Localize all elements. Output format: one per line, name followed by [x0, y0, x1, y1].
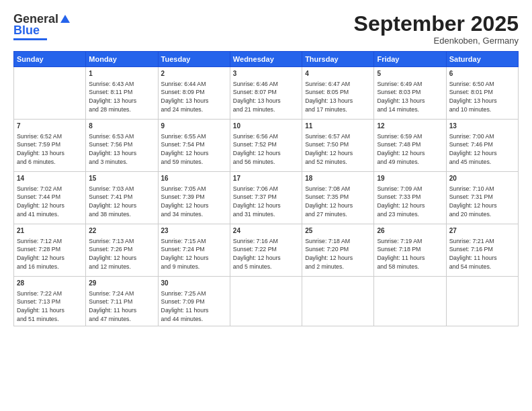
day-info: Sunrise: 7:08 AM Sunset: 7:35 PM Dayligh… — [305, 185, 371, 219]
subtitle: Edenkoben, Germany — [354, 36, 519, 46]
day-number: 18 — [305, 174, 371, 184]
title-block: September 2025 Edenkoben, Germany — [354, 12, 519, 46]
day-number: 14 — [17, 174, 83, 184]
day-number: 5 — [377, 69, 443, 79]
calendar-cell: 25Sunrise: 7:18 AM Sunset: 7:20 PM Dayli… — [302, 224, 374, 277]
day-info: Sunrise: 6:59 AM Sunset: 7:48 PM Dayligh… — [377, 132, 443, 167]
day-number: 20 — [449, 174, 515, 184]
day-number: 3 — [233, 69, 299, 79]
day-info: Sunrise: 7:10 AM Sunset: 7:31 PM Dayligh… — [449, 185, 515, 219]
day-number: 11 — [305, 122, 371, 132]
header-row: SundayMondayTuesdayWednesdayThursdayFrid… — [14, 52, 519, 67]
calendar-cell — [230, 277, 302, 326]
day-info: Sunrise: 7:12 AM Sunset: 7:28 PM Dayligh… — [17, 237, 83, 271]
day-number: 1 — [89, 69, 154, 79]
day-info: Sunrise: 6:47 AM Sunset: 8:05 PM Dayligh… — [305, 80, 371, 114]
col-header-tuesday: Tuesday — [158, 52, 230, 67]
day-info: Sunrise: 6:49 AM Sunset: 8:03 PM Dayligh… — [377, 80, 443, 114]
day-info: Sunrise: 7:24 AM Sunset: 7:11 PM Dayligh… — [89, 289, 154, 324]
col-header-sunday: Sunday — [14, 52, 86, 67]
calendar-cell: 20Sunrise: 7:10 AM Sunset: 7:31 PM Dayli… — [446, 172, 518, 224]
logo-blue-text: Blue — [13, 24, 40, 38]
calendar-cell: 23Sunrise: 7:15 AM Sunset: 7:24 PM Dayli… — [158, 224, 230, 277]
day-number: 12 — [377, 122, 443, 132]
calendar-cell: 1Sunrise: 6:43 AM Sunset: 8:11 PM Daylig… — [86, 67, 158, 120]
calendar-cell: 13Sunrise: 7:00 AM Sunset: 7:46 PM Dayli… — [446, 120, 518, 172]
calendar-cell: 28Sunrise: 7:22 AM Sunset: 7:13 PM Dayli… — [14, 277, 86, 326]
day-number: 28 — [17, 279, 83, 289]
day-info: Sunrise: 6:46 AM Sunset: 8:07 PM Dayligh… — [233, 80, 299, 114]
day-info: Sunrise: 6:53 AM Sunset: 7:56 PM Dayligh… — [89, 132, 154, 167]
week-row-3: 14Sunrise: 7:02 AM Sunset: 7:44 PM Dayli… — [14, 172, 519, 224]
day-info: Sunrise: 7:25 AM Sunset: 7:09 PM Dayligh… — [161, 289, 227, 324]
col-header-wednesday: Wednesday — [230, 52, 302, 67]
calendar-cell: 22Sunrise: 7:13 AM Sunset: 7:26 PM Dayli… — [86, 224, 158, 277]
day-info: Sunrise: 7:21 AM Sunset: 7:16 PM Dayligh… — [449, 237, 515, 271]
calendar-cell: 9Sunrise: 6:55 AM Sunset: 7:54 PM Daylig… — [158, 120, 230, 172]
col-header-thursday: Thursday — [302, 52, 374, 67]
calendar-cell: 26Sunrise: 7:19 AM Sunset: 7:18 PM Dayli… — [374, 224, 446, 277]
calendar-cell: 27Sunrise: 7:21 AM Sunset: 7:16 PM Dayli… — [446, 224, 518, 277]
calendar-cell: 5Sunrise: 6:49 AM Sunset: 8:03 PM Daylig… — [374, 67, 446, 120]
calendar-table: SundayMondayTuesdayWednesdayThursdayFrid… — [13, 51, 519, 326]
day-number: 23 — [161, 226, 227, 236]
week-row-5: 28Sunrise: 7:22 AM Sunset: 7:13 PM Dayli… — [14, 277, 519, 326]
month-title: September 2025 — [354, 12, 519, 36]
week-row-4: 21Sunrise: 7:12 AM Sunset: 7:28 PM Dayli… — [14, 224, 519, 277]
day-info: Sunrise: 7:03 AM Sunset: 7:41 PM Dayligh… — [89, 185, 154, 219]
day-number: 13 — [449, 122, 515, 132]
calendar-cell: 10Sunrise: 6:56 AM Sunset: 7:52 PM Dayli… — [230, 120, 302, 172]
day-number: 10 — [233, 122, 299, 132]
day-info: Sunrise: 7:06 AM Sunset: 7:37 PM Dayligh… — [233, 185, 299, 219]
day-number: 7 — [17, 122, 83, 132]
day-number: 21 — [17, 226, 83, 236]
day-info: Sunrise: 7:16 AM Sunset: 7:22 PM Dayligh… — [233, 237, 299, 271]
logo-blue-bar — [13, 38, 47, 40]
calendar-cell: 16Sunrise: 7:05 AM Sunset: 7:39 PM Dayli… — [158, 172, 230, 224]
day-info: Sunrise: 6:55 AM Sunset: 7:54 PM Dayligh… — [161, 132, 227, 167]
day-info: Sunrise: 6:57 AM Sunset: 7:50 PM Dayligh… — [305, 132, 371, 167]
day-number: 9 — [161, 122, 227, 132]
calendar-cell: 21Sunrise: 7:12 AM Sunset: 7:28 PM Dayli… — [14, 224, 86, 277]
day-info: Sunrise: 7:18 AM Sunset: 7:20 PM Dayligh… — [305, 237, 371, 271]
day-info: Sunrise: 7:00 AM Sunset: 7:46 PM Dayligh… — [449, 132, 515, 167]
col-header-monday: Monday — [86, 52, 158, 67]
calendar-cell: 17Sunrise: 7:06 AM Sunset: 7:37 PM Dayli… — [230, 172, 302, 224]
day-info: Sunrise: 7:22 AM Sunset: 7:13 PM Dayligh… — [17, 289, 83, 324]
day-number: 22 — [89, 226, 154, 236]
calendar-cell: 4Sunrise: 6:47 AM Sunset: 8:05 PM Daylig… — [302, 67, 374, 120]
col-header-friday: Friday — [374, 52, 446, 67]
day-number: 4 — [305, 69, 371, 79]
header: General Blue September 2025 Edenkoben, G… — [13, 12, 519, 46]
day-info: Sunrise: 7:19 AM Sunset: 7:18 PM Dayligh… — [377, 237, 443, 271]
svg-marker-0 — [60, 15, 70, 23]
day-info: Sunrise: 6:52 AM Sunset: 7:59 PM Dayligh… — [17, 132, 83, 167]
day-number: 17 — [233, 174, 299, 184]
day-number: 25 — [305, 226, 371, 236]
day-info: Sunrise: 6:44 AM Sunset: 8:09 PM Dayligh… — [161, 80, 227, 114]
col-header-saturday: Saturday — [446, 52, 518, 67]
day-number: 30 — [161, 279, 227, 289]
page: General Blue September 2025 Edenkoben, G… — [0, 0, 532, 411]
calendar-cell — [14, 67, 86, 120]
day-info: Sunrise: 7:05 AM Sunset: 7:39 PM Dayligh… — [161, 185, 227, 219]
day-info: Sunrise: 7:15 AM Sunset: 7:24 PM Dayligh… — [161, 237, 227, 271]
calendar-cell: 24Sunrise: 7:16 AM Sunset: 7:22 PM Dayli… — [230, 224, 302, 277]
day-number: 6 — [449, 69, 515, 79]
day-info: Sunrise: 7:09 AM Sunset: 7:33 PM Dayligh… — [377, 185, 443, 219]
day-info: Sunrise: 6:50 AM Sunset: 8:01 PM Dayligh… — [449, 80, 515, 114]
calendar-cell — [446, 277, 518, 326]
day-number: 15 — [89, 174, 154, 184]
day-number: 8 — [89, 122, 154, 132]
calendar-cell: 7Sunrise: 6:52 AM Sunset: 7:59 PM Daylig… — [14, 120, 86, 172]
day-number: 16 — [161, 174, 227, 184]
calendar-cell: 12Sunrise: 6:59 AM Sunset: 7:48 PM Dayli… — [374, 120, 446, 172]
calendar-cell: 18Sunrise: 7:08 AM Sunset: 7:35 PM Dayli… — [302, 172, 374, 224]
calendar-cell: 6Sunrise: 6:50 AM Sunset: 8:01 PM Daylig… — [446, 67, 518, 120]
calendar-cell: 30Sunrise: 7:25 AM Sunset: 7:09 PM Dayli… — [158, 277, 230, 326]
day-info: Sunrise: 6:43 AM Sunset: 8:11 PM Dayligh… — [89, 80, 154, 114]
day-number: 19 — [377, 174, 443, 184]
day-number: 26 — [377, 226, 443, 236]
calendar-cell: 19Sunrise: 7:09 AM Sunset: 7:33 PM Dayli… — [374, 172, 446, 224]
calendar-cell: 2Sunrise: 6:44 AM Sunset: 8:09 PM Daylig… — [158, 67, 230, 120]
